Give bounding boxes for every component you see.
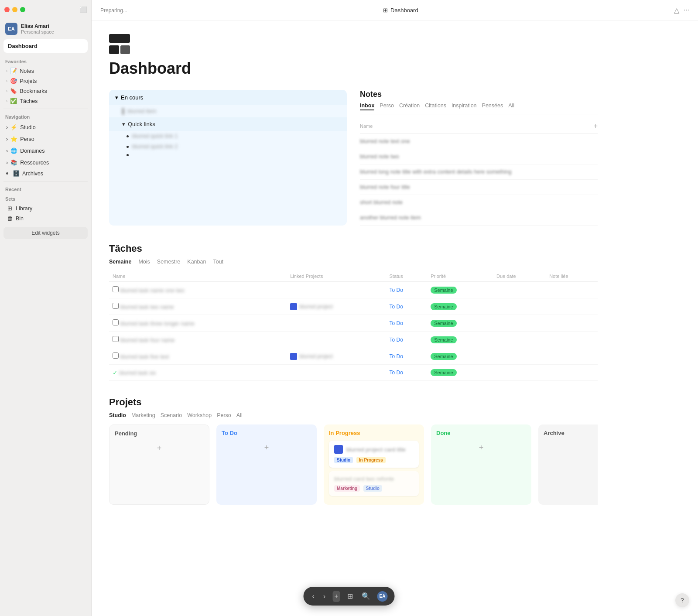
tab-marketing[interactable]: Marketing (131, 412, 155, 418)
task-checkbox[interactable] (113, 352, 119, 359)
help-button[interactable]: ? (675, 593, 689, 607)
tab-kanban[interactable]: Kanban (187, 259, 206, 265)
notes-icon: 📝 (10, 68, 17, 74)
studio-icon: ⚡ (10, 124, 17, 130)
nav-group-ressources[interactable]: › 📚 Ressources (3, 157, 88, 168)
kanban-card[interactable]: blurred project card title Studio In Pro… (329, 441, 419, 468)
tab-mois[interactable]: Mois (138, 259, 150, 265)
sidebar-item-ressources[interactable]: › 📚 Ressources (3, 157, 88, 168)
en-cours-header[interactable]: ▾ En cours (109, 90, 347, 105)
kanban-card-2[interactable]: blurred card two refonte Marketing Studi… (329, 471, 419, 496)
preparing-status: Preparing... (100, 7, 127, 14)
tab-perso[interactable]: Perso (380, 103, 394, 110)
due-date-cell (493, 282, 546, 298)
card-badges-2: Marketing Studio (334, 485, 414, 492)
main-content: Preparing... ⊞ Dashboard △ ··· Dashboard (92, 0, 698, 616)
tab-tout[interactable]: Tout (213, 259, 223, 265)
add-pending-button[interactable]: + (115, 441, 204, 455)
sidebar-item-bookmarks[interactable]: › 🔖 Bookmarks (3, 86, 88, 96)
grid-button[interactable]: ⊞ (346, 590, 355, 602)
prev-button[interactable]: ‹ (311, 591, 316, 602)
tab-all[interactable]: All (236, 412, 243, 418)
task-name-cell: blurred task three longer name (109, 315, 287, 332)
chevron-icon: › (6, 124, 8, 130)
user-profile[interactable]: EA Elias Amari Personal space (3, 20, 88, 39)
alert-icon[interactable]: △ (674, 6, 679, 14)
quick-link-item-3[interactable] (109, 152, 347, 158)
tab-inbox[interactable]: Inbox (360, 103, 374, 110)
search-button[interactable]: 🔍 (360, 590, 372, 602)
note-row-5[interactable]: short blurred note (360, 195, 598, 210)
status-badge: To Do (390, 320, 403, 326)
add-note-icon[interactable]: + (594, 122, 598, 130)
user-name: Elias Amari (21, 23, 54, 29)
quick-links-header[interactable]: ▾ Quick links (109, 117, 347, 131)
sidebar-item-projets[interactable]: › 🎯 Projets (3, 76, 88, 86)
kanban-column-todo: To Do + (216, 424, 317, 505)
sidebar-item-library[interactable]: ⊞ Library (3, 203, 88, 213)
bullet-icon (127, 135, 129, 137)
linked-project: blurred project (290, 303, 382, 310)
note-row-3[interactable]: blurred long note title with extra conte… (360, 164, 598, 180)
bin-icon: 🗑 (6, 215, 13, 222)
sidebar-item-taches[interactable]: › ✅ Tâches (3, 96, 88, 106)
task-checked-icon: ✓ (113, 369, 118, 376)
note-row-6[interactable]: another blurred note item (360, 210, 598, 226)
add-todo-button[interactable]: + (222, 441, 311, 455)
task-name-cell: blurred task five text (109, 348, 287, 365)
sidebar-item-studio[interactable]: › ⚡ Studio (3, 122, 88, 132)
priority-badge: Semaine (431, 369, 456, 376)
task-checkbox[interactable] (113, 286, 119, 292)
task-checkbox[interactable] (113, 336, 119, 342)
perso-label: Perso (20, 136, 34, 142)
add-button[interactable]: + (332, 591, 340, 602)
priority-badge: Semaine (431, 320, 456, 327)
more-icon[interactable]: ··· (684, 6, 689, 14)
tab-scenario[interactable]: Scenario (161, 412, 182, 418)
kanban-board: Pending + To Do + In Progress blurred pr… (109, 424, 598, 505)
tab-pensees[interactable]: Pensées (482, 103, 503, 110)
nav-group-studio[interactable]: › ⚡ Studio (3, 122, 88, 132)
projets-icon: 🎯 (10, 78, 17, 84)
close-button[interactable] (4, 7, 10, 12)
tab-inspiration[interactable]: Inspiration (452, 103, 477, 110)
task-checkbox[interactable] (113, 319, 119, 325)
kanban-column-done: Done + (431, 424, 531, 505)
next-button[interactable]: › (322, 591, 327, 602)
tab-all[interactable]: All (508, 103, 514, 110)
minimize-button[interactable] (12, 7, 17, 12)
note-row-4[interactable]: blurred note four title (360, 180, 598, 195)
task-checkbox[interactable] (113, 303, 119, 309)
sidebar-item-notes[interactable]: › 📝 Notes (3, 66, 88, 76)
nav-group-domaines[interactable]: › 🌐 Domaines (3, 146, 88, 156)
ressources-label: Ressources (20, 160, 49, 166)
maximize-button[interactable] (20, 7, 25, 12)
priority-cell: Semaine (427, 298, 493, 315)
sidebar-toggle-icon[interactable]: ⬜ (79, 6, 87, 13)
tab-semaine[interactable]: Semaine (109, 259, 131, 265)
card-title: blurred project card title (346, 446, 406, 453)
priority-badge: Semaine (431, 287, 456, 294)
tab-studio[interactable]: Studio (109, 412, 126, 418)
sidebar-item-bin[interactable]: 🗑 Bin (3, 213, 88, 223)
tab-citations[interactable]: Citations (425, 103, 446, 110)
tab-semestre[interactable]: Semestre (157, 259, 181, 265)
edit-widgets-button[interactable]: Edit widgets (3, 227, 88, 239)
add-done-button[interactable]: + (436, 441, 526, 455)
tab-creation[interactable]: Création (399, 103, 420, 110)
note-row-2[interactable]: blurred note two (360, 149, 598, 164)
tab-workshop[interactable]: Workshop (187, 412, 212, 418)
sidebar-item-domaines[interactable]: › 🌐 Domaines (3, 146, 88, 156)
sidebar-dashboard[interactable]: Dashboard (3, 39, 88, 53)
quick-link-item-2[interactable]: blurred quick link 2 (109, 141, 347, 152)
tab-perso[interactable]: Perso (217, 412, 231, 418)
nav-group-perso[interactable]: › ⭐ Perso (3, 134, 88, 144)
sidebar-item-perso[interactable]: › ⭐ Perso (3, 134, 88, 144)
bookmarks-label: Bookmarks (20, 88, 47, 94)
table-row: blurred task two name blurred project To… (109, 298, 598, 315)
quick-link-item-1[interactable]: blurred quick link 1 (109, 131, 347, 141)
page-content: Dashboard ▾ En cours ▌ blurred item ▾ Qu… (92, 21, 615, 518)
sidebar-item-archives[interactable]: 🗄️ Archives (3, 168, 88, 178)
toolbar-avatar[interactable]: EA (377, 591, 388, 602)
note-row-1[interactable]: blurred note text one (360, 134, 598, 149)
